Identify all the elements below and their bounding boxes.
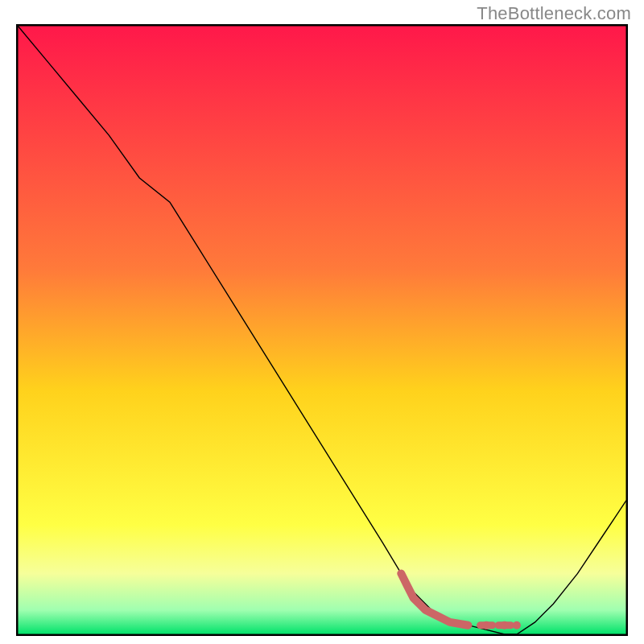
gradient-background: [18, 26, 626, 634]
chart-container: TheBottleneck.com: [0, 0, 644, 644]
watermark-text: TheBottleneck.com: [477, 3, 631, 24]
chart-svg: [16, 24, 628, 636]
plot-area: [16, 24, 628, 636]
highlight-dot: [513, 621, 521, 630]
